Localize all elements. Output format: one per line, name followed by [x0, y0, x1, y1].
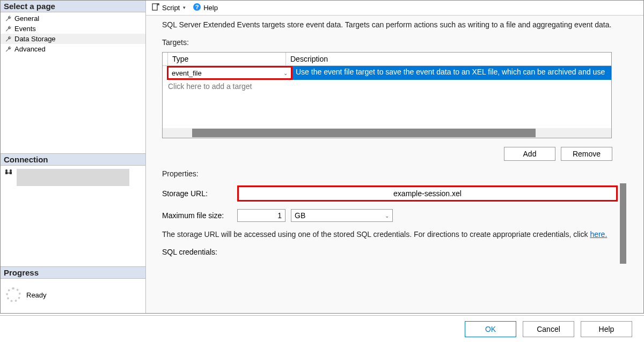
storage-url-input[interactable] [239, 188, 616, 199]
connection-title: Connection [1, 153, 145, 166]
properties-label: Properties: [162, 169, 618, 178]
remove-button[interactable]: Remove [561, 147, 612, 161]
storage-url-label: Storage URL: [162, 189, 232, 198]
sidebar-item-label: General [14, 14, 39, 23]
ok-button[interactable]: OK [465, 321, 516, 337]
wrench-icon [5, 15, 12, 23]
targets-header: Type Description [163, 53, 611, 66]
targets-table: Type Description event_file ⌄ Use the ev… [162, 52, 612, 138]
unit-value: GB [295, 211, 305, 220]
help-footer-button[interactable]: Help [581, 321, 632, 337]
progress-area: Ready [1, 279, 145, 313]
row-selector-header [163, 53, 168, 65]
dialog-footer: OK Cancel Help [0, 315, 644, 342]
dialog-window: Select a page General Events Data Storag… [0, 0, 644, 314]
content-area: SQL Server Extended Events targets store… [146, 16, 643, 264]
help-label: Help [203, 4, 218, 12]
chevron-down-icon: ⌄ [283, 70, 288, 76]
script-label: Script [162, 4, 180, 12]
description-cell: Use the event file target to save the ev… [292, 66, 611, 80]
sidebar-item-label: Events [14, 25, 36, 33]
sidebar: Select a page General Events Data Storag… [1, 1, 146, 313]
sidebar-item-label: Data Storage [14, 35, 56, 43]
col-description[interactable]: Description [286, 53, 611, 65]
max-file-size-row: Maximum file size: GB ⌄ [162, 209, 618, 222]
connection-info [17, 169, 129, 186]
cancel-button[interactable]: Cancel [523, 321, 574, 337]
progress-title: Progress [1, 266, 145, 279]
sidebar-item-data-storage[interactable]: Data Storage [1, 34, 145, 44]
storage-url-row: Storage URL: [162, 185, 618, 202]
sidebar-item-advanced[interactable]: Advanced [1, 44, 145, 54]
wrench-icon [5, 25, 12, 33]
max-file-size-label: Maximum file size: [162, 211, 232, 220]
script-icon [151, 3, 160, 13]
add-target-placeholder[interactable]: Click here to add a target [163, 80, 611, 128]
connection-icon [4, 169, 13, 179]
wrench-icon [5, 35, 12, 43]
properties-area: Properties: Storage URL: Maximum file si… [162, 169, 634, 264]
type-cell-dropdown[interactable]: event_file ⌄ [167, 66, 292, 80]
spinner-icon [6, 287, 21, 302]
col-type[interactable]: Type [168, 53, 286, 65]
intro-text: SQL Server Extended Events targets store… [162, 20, 634, 29]
connection-area [1, 166, 145, 229]
add-button[interactable]: Add [504, 147, 555, 161]
credentials-hint: The storage URL will be accessed using o… [162, 229, 618, 239]
table-row[interactable]: event_file ⌄ Use the event file target t… [163, 66, 611, 80]
sql-credentials-row: SQL credentials: [162, 248, 618, 256]
sidebar-item-label: Advanced [14, 45, 46, 53]
main-panel: Script ▼ ? Help SQL Server Extended Even… [146, 1, 643, 313]
type-value: event_file [172, 69, 202, 77]
table-buttons: Add Remove [162, 144, 634, 161]
progress-status: Ready [26, 291, 47, 299]
vertical-scrollbar[interactable] [620, 183, 626, 264]
svg-text:?: ? [195, 4, 199, 10]
svg-rect-4 [7, 173, 10, 174]
sidebar-item-general[interactable]: General [1, 13, 145, 24]
svg-rect-5 [152, 4, 157, 10]
svg-point-0 [5, 169, 8, 172]
max-file-size-input[interactable] [237, 209, 286, 222]
svg-point-2 [10, 169, 12, 172]
hint-prefix: The storage URL will be accessed using o… [162, 230, 588, 239]
help-button[interactable]: ? Help [191, 2, 220, 13]
help-icon: ? [193, 3, 201, 13]
chevron-down-icon: ⌄ [385, 213, 389, 219]
wrench-icon [5, 46, 12, 53]
storage-url-highlight [237, 185, 618, 202]
sidebar-pages: General Events Data Storage Advanced [1, 12, 145, 60]
max-file-size-unit-select[interactable]: GB ⌄ [291, 209, 393, 222]
toolbar: Script ▼ ? Help [146, 1, 643, 16]
targets-label: Targets: [162, 38, 634, 47]
sql-credentials-label: SQL credentials: [162, 248, 232, 256]
horizontal-scrollbar[interactable] [163, 128, 611, 138]
here-link[interactable]: here. [590, 230, 607, 239]
script-button[interactable]: Script ▼ [149, 2, 188, 13]
scrollbar-thumb[interactable] [192, 129, 536, 137]
sidebar-title: Select a page [1, 1, 145, 12]
chevron-down-icon: ▼ [182, 5, 186, 10]
sidebar-item-events[interactable]: Events [1, 24, 145, 34]
